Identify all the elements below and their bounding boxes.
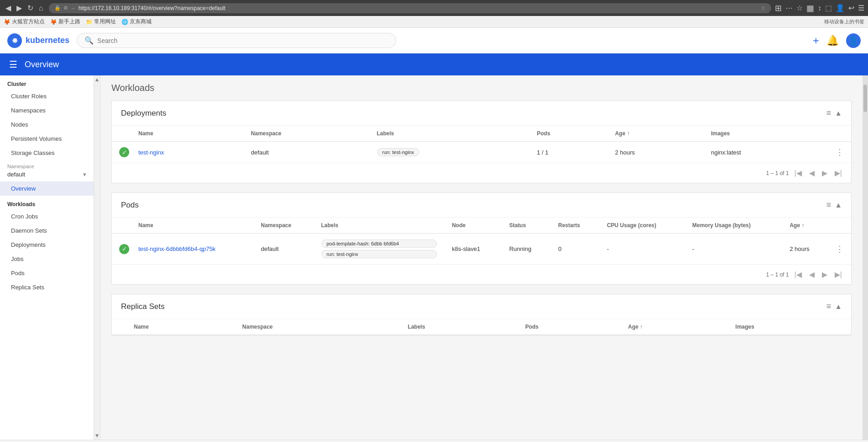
pods-col-age[interactable]: Age — [782, 218, 828, 234]
deployments-col-age[interactable]: Age — [608, 126, 704, 142]
pods-filter-icon[interactable]: ≡ — [826, 200, 831, 210]
sidebar: Cluster Cluster Roles Namespaces Nodes P… — [0, 75, 100, 440]
sidebar-item-deployments[interactable]: Deployments — [0, 238, 94, 252]
replica-sets-col-age[interactable]: Age — [621, 319, 728, 335]
deployment-actions-cell[interactable]: ⋮ — [828, 142, 851, 163]
deployments-pagination: 1 – 1 of 1 |◀ ◀ ▶ ▶| — [112, 163, 851, 183]
replica-sets-col-name[interactable]: Name — [126, 319, 235, 335]
pod-name-cell[interactable]: test-nginx-6dbbbfd6b4-qp75k — [131, 234, 253, 265]
sidebar-item-daemon-sets[interactable]: Daemon Sets — [0, 224, 94, 238]
forward-button[interactable]: ▶ — [15, 3, 24, 13]
sidebar-toggle-button[interactable]: ☰ — [9, 59, 17, 70]
deployments-page-info: 1 – 1 of 1 — [766, 170, 789, 176]
deployments-prev-page[interactable]: ◀ — [807, 167, 816, 179]
sidebar-item-overview[interactable]: Overview — [0, 181, 94, 196]
sidebar-item-persistent-volumes[interactable]: Persistent Volumes — [0, 132, 94, 146]
sidebar-item-replica-sets[interactable]: Replica Sets — [0, 280, 94, 294]
pod-namespace-cell: default — [253, 234, 314, 265]
scrollbar-thumb[interactable] — [863, 85, 867, 112]
bookmark-firefox[interactable]: 🦊 火狐官方站点 — [4, 18, 45, 26]
pods-col-namespace[interactable]: Namespace — [253, 218, 314, 234]
pods-col-cpu[interactable]: CPU Usage (cores) — [600, 218, 685, 234]
bookmark-star-icon[interactable]: ☆ — [761, 5, 766, 11]
sidebar-scroll-up[interactable]: ▲ — [95, 76, 100, 83]
deployments-first-page[interactable]: |◀ — [793, 167, 804, 179]
sidebar-item-jobs[interactable]: Jobs — [0, 252, 94, 266]
pods-prev-page[interactable]: ◀ — [807, 268, 816, 281]
table-row: ✓ test-nginx-6dbbbfd6b4-qp75k default po… — [112, 234, 851, 265]
pods-col-status[interactable]: Status — [502, 218, 551, 234]
deployments-col-images[interactable]: Images — [704, 126, 828, 142]
bookmark-common[interactable]: 📁 常用网址 — [86, 18, 116, 26]
home-button[interactable]: ⌂ — [37, 3, 45, 13]
security-icon: ⚙ — [63, 5, 68, 11]
sync-icon[interactable]: ↕ — [818, 4, 821, 12]
deployments-collapse-icon[interactable]: ▲ — [835, 109, 842, 117]
mobile-bookmarks[interactable]: 移动设备上的书签 — [824, 18, 864, 25]
notification-bell-icon[interactable]: 🔔 — [826, 35, 839, 46]
deployments-last-page[interactable]: ▶| — [833, 167, 844, 179]
pod-name-link[interactable]: test-nginx-6dbbbfd6b4-qp75k — [138, 245, 216, 252]
refresh-button[interactable]: ↻ — [26, 3, 35, 13]
namespace-select[interactable]: default ▾ — [7, 171, 86, 178]
sidebar-item-nodes[interactable]: Nodes — [0, 117, 94, 132]
address-bar[interactable]: 🔒 ⚙ ↔ https://172.16.10.189:31740/#/over… — [49, 3, 771, 13]
sidebar-item-cluster-roles[interactable]: Cluster Roles — [0, 89, 94, 103]
sidebar-item-cron-jobs[interactable]: Cron Jobs — [0, 209, 94, 224]
deployments-col-labels[interactable]: Labels — [369, 126, 530, 142]
deployment-label-chip: run: test-nginx — [377, 148, 419, 156]
pod-actions-cell[interactable]: ⋮ — [828, 234, 851, 265]
deployments-next-page[interactable]: ▶ — [820, 167, 829, 179]
pods-col-name[interactable]: Name — [131, 218, 253, 234]
sidebar-toggle-icon[interactable]: ▦ — [806, 3, 814, 13]
deployment-more-icon[interactable]: ⋮ — [836, 148, 844, 157]
pod-more-icon[interactable]: ⋮ — [836, 245, 844, 254]
bookmark-jd[interactable]: 🌐 京东商城 — [121, 18, 152, 26]
replica-sets-collapse-icon[interactable]: ▲ — [835, 303, 842, 311]
replica-sets-col-labels[interactable]: Labels — [400, 319, 518, 335]
sidebar-item-namespaces[interactable]: Namespaces — [0, 103, 94, 117]
pods-last-page[interactable]: ▶| — [833, 268, 844, 281]
replica-sets-filter-icon[interactable]: ≡ — [826, 302, 831, 311]
sidebar-item-storage-classes[interactable]: Storage Classes — [0, 146, 94, 160]
avatar[interactable]: 👤 — [846, 33, 861, 48]
replica-sets-table: Name Namespace Labels Pods Age Images — [112, 319, 851, 335]
page-header-bar: ☰ Overview — [0, 53, 868, 75]
url-input[interactable]: https://172.16.10.189:31740/#/overview?n… — [79, 5, 758, 11]
content-scrollbar[interactable] — [863, 75, 868, 440]
deployments-col-name[interactable]: Name — [131, 126, 244, 142]
search-input[interactable] — [97, 37, 389, 44]
replica-sets-section: Replica Sets ≡ ▲ Name Namespace Labels P… — [111, 294, 852, 335]
star-icon[interactable]: ☆ — [796, 4, 803, 12]
container-icon[interactable]: ⬚ — [825, 4, 832, 12]
extensions-icon[interactable]: ⊞ — [775, 3, 782, 13]
replica-sets-col-namespace[interactable]: Namespace — [235, 319, 401, 335]
bell-wrapper: 🔔 — [826, 35, 839, 47]
bookmark-newuser[interactable]: 🦊 新手上路 — [50, 18, 80, 26]
pods-col-node[interactable]: Node — [445, 218, 502, 234]
person-icon[interactable]: 👤 — [836, 4, 845, 12]
pods-col-restarts[interactable]: Restarts — [551, 218, 600, 234]
pods-col-memory[interactable]: Memory Usage (bytes) — [685, 218, 782, 234]
sidebar-scroll-down[interactable]: ▼ — [95, 432, 100, 439]
back2-icon[interactable]: ↩ — [848, 4, 854, 12]
add-button[interactable]: + — [813, 34, 819, 47]
replica-sets-col-images[interactable]: Images — [728, 319, 851, 335]
search-bar[interactable]: 🔍 — [77, 33, 396, 48]
deployment-name-link[interactable]: test-nginx — [138, 149, 164, 156]
hamburger-icon[interactable]: ☰ — [858, 4, 864, 12]
more-menu-icon[interactable]: ⋯ — [785, 4, 793, 12]
pods-next-page[interactable]: ▶ — [820, 268, 829, 281]
replica-sets-col-pods[interactable]: Pods — [518, 319, 621, 335]
pod-label-chip-2: run: test-nginx — [321, 250, 437, 258]
pods-col-labels[interactable]: Labels — [314, 218, 445, 234]
pods-first-page[interactable]: |◀ — [793, 268, 804, 281]
deployments-filter-icon[interactable]: ≡ — [826, 108, 831, 118]
back-button[interactable]: ◀ — [4, 3, 13, 13]
deployment-name-cell[interactable]: test-nginx — [131, 142, 244, 163]
deployments-col-pods[interactable]: Pods — [530, 126, 608, 142]
pods-collapse-icon[interactable]: ▲ — [835, 201, 842, 209]
sidebar-item-pods[interactable]: Pods — [0, 266, 94, 280]
deployments-col-namespace[interactable]: Namespace — [244, 126, 369, 142]
browser-nav-buttons[interactable]: ◀ ▶ ↻ ⌂ — [4, 3, 45, 13]
